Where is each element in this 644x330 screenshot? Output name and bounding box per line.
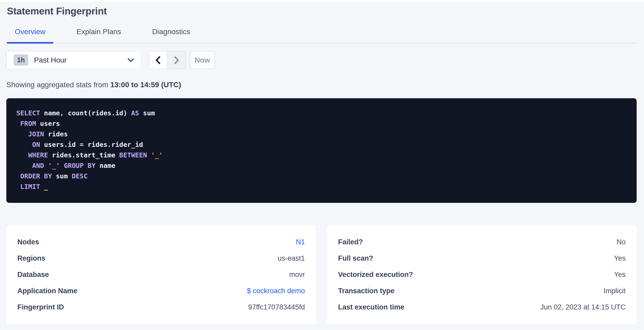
row-value: Implicit [603,287,626,295]
stats-summary: Showing aggregated stats from 13:00 to 1… [6,81,637,89]
table-row: Last execution timeJun 02, 2023 at 14:15… [338,299,626,315]
table-row: NodesN1 [17,234,305,250]
tab-bar: Overview Explain Plans Diagnostics [6,27,637,43]
sql-line: ORDER BY sum DESC [16,171,626,182]
table-row: Transaction typeImplicit [338,283,626,299]
row-value-link[interactable]: N1 [296,238,305,246]
card-right: Failed?NoFull scan?YesVectorized executi… [327,225,637,324]
row-label: Full scan? [338,254,373,262]
statement-fingerprint-page: Statement Fingerprint Overview Explain P… [0,6,644,324]
chevron-left-icon [155,56,161,65]
card-right-rows: Failed?NoFull scan?YesVectorized executi… [338,234,626,315]
table-row: Full scan?Yes [338,250,626,266]
card-left-rows: NodesN1Regionsus-east1DatabasemovrApplic… [17,234,305,315]
time-range-label: Past Hour [34,56,127,64]
sql-line: WHERE rides.start_time BETWEEN '_' [16,150,626,161]
sql-line: AND '_' GROUP BY name [16,161,626,171]
table-row: Databasemovr [17,266,305,283]
row-value-link[interactable]: $ cockroach demo [247,287,305,295]
row-value: Yes [614,271,626,279]
row-label: Fingerprint ID [17,303,64,311]
sql-line: SELECT name, count(rides.id) AS sum [16,108,626,118]
time-step-control [149,51,186,69]
row-label: Application Name [17,287,77,295]
page-title: Statement Fingerprint [7,6,637,17]
row-value: Jun 02, 2023 at 14:15 UTC [540,303,626,311]
row-label: Nodes [17,238,39,246]
chevron-down-icon [127,58,134,62]
tab-overview-label: Overview [15,28,46,36]
row-value: movr [289,271,305,279]
row-label: Failed? [338,238,363,246]
table-row: Fingerprint ID97ffc170783445fd [17,299,305,315]
table-row: Failed?No [338,234,626,250]
time-range-dropdown[interactable]: 1h Past Hour [6,51,141,69]
time-toolbar: 1h Past Hour Now [6,51,637,69]
table-row: Vectorized execution?Yes [338,266,626,283]
row-label: Regions [17,254,46,262]
row-value: No [616,238,626,246]
table-row: Regionsus-east1 [17,250,305,266]
tab-diagnostics[interactable]: Diagnostics [144,27,198,43]
row-label: Database [17,271,49,279]
row-value: Yes [614,254,626,262]
sql-line: ON users.id = rides.rider_id [16,140,626,150]
stats-summary-range: 13:00 to 14:59 (UTC) [110,81,181,89]
now-button[interactable]: Now [190,51,215,69]
row-label: Vectorized execution? [338,271,413,279]
time-range-badge: 1h [14,54,28,66]
card-left: NodesN1Regionsus-east1DatabasemovrApplic… [6,225,316,324]
tab-explain-plans[interactable]: Explain Plans [69,27,129,43]
sql-code: SELECT name, count(rides.id) AS sum FROM… [6,98,637,203]
row-value: us-east1 [278,254,305,262]
row-label: Last execution time [338,303,404,311]
tab-overview[interactable]: Overview [7,27,53,43]
tab-explain-plans-label: Explain Plans [77,28,121,36]
sql-line: JOIN rides [16,129,626,140]
tab-diagnostics-label: Diagnostics [152,28,190,36]
next-time-button[interactable] [167,51,186,69]
prev-time-button[interactable] [149,51,167,69]
stats-summary-prefix: Showing aggregated stats from [6,81,110,89]
sql-line: FROM users [16,118,626,129]
row-label: Transaction type [338,287,395,295]
detail-cards: NodesN1Regionsus-east1DatabasemovrApplic… [6,225,637,324]
chevron-right-icon [174,56,179,65]
page-top-border [0,0,644,3]
table-row: Application Name$ cockroach demo [17,283,305,299]
row-value: 97ffc170783445fd [248,303,305,311]
sql-line: LIMIT _ [16,182,626,192]
active-tab-indicator [7,42,53,44]
